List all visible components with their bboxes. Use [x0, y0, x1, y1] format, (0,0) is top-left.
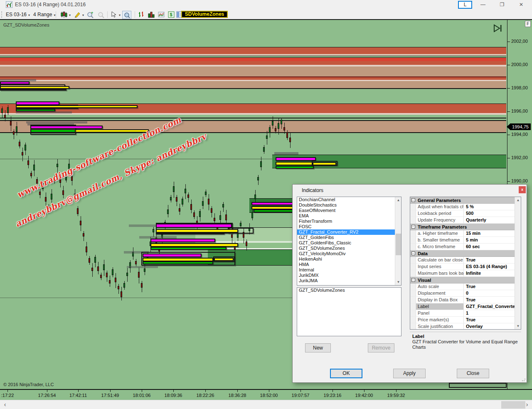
scrollbar-thumb[interactable]	[396, 234, 401, 255]
apply-button[interactable]: Apply	[393, 369, 426, 378]
indicator-list-item[interactable]: GZT_GoldenFibs	[297, 235, 395, 240]
property-row[interactable]: c. Micro timeframe60 sec	[410, 244, 515, 250]
property-value[interactable]: Infinite	[464, 270, 515, 276]
scroll-down-icon[interactable]: ▼	[395, 279, 401, 285]
candlestick-style-icon[interactable]	[60, 11, 68, 18]
minus-box-icon[interactable]: −	[411, 278, 415, 282]
property-row[interactable]: Scale justificationOverlay	[410, 323, 515, 330]
new-button[interactable]: New	[305, 343, 331, 352]
scrollbar-thumb[interactable]	[501, 401, 525, 409]
property-row[interactable]: a. Higher timeframe15 min	[410, 230, 515, 237]
cursor-icon[interactable]	[110, 11, 118, 18]
property-row[interactable]: Lookback period500	[410, 210, 515, 217]
property-section-header[interactable]: −Data	[410, 250, 515, 257]
fixed-scale-button[interactable]: F	[525, 21, 531, 27]
go-to-last-bar-icon[interactable]	[493, 23, 503, 35]
range-dropdown[interactable]: 4 Range▾	[33, 11, 55, 18]
applied-indicator-item[interactable]: GZT_SDVolumeZones	[297, 288, 401, 293]
property-section-header[interactable]: −General Parameters	[410, 197, 515, 204]
property-row[interactable]: LabelGZT_Fractal_Converte	[410, 303, 515, 310]
scroll-down-icon[interactable]: ▼	[515, 323, 521, 329]
volume-bars-icon[interactable]	[147, 11, 155, 18]
indicator-list-item[interactable]: JurikJMA	[297, 278, 395, 283]
property-value[interactable]: 60 sec	[464, 244, 515, 250]
ok-button[interactable]: OK	[330, 369, 362, 378]
property-row[interactable]: Display in Data BoxTrue	[410, 297, 515, 303]
indicator-list-item[interactable]: HMA	[297, 262, 395, 267]
collapse-icon[interactable]: −	[410, 277, 416, 283]
property-row[interactable]: Panel1	[410, 310, 515, 317]
property-row[interactable]: Auto scaleTrue	[410, 283, 515, 290]
minus-box-icon[interactable]: −	[411, 251, 415, 255]
minus-box-icon[interactable]: −	[411, 198, 415, 202]
indicator-list-item[interactable]: DoubleStochastics	[297, 202, 395, 208]
property-value[interactable]: True	[464, 317, 515, 323]
toolbar-grip[interactable]	[1, 11, 2, 18]
time-axis[interactable]: :17:2217:26:5417:42:1117:51:4918:01:0618…	[0, 389, 532, 400]
property-value[interactable]: True	[464, 297, 515, 303]
indicator-list-item[interactable]: JurikDMX	[297, 273, 395, 278]
chevron-down-icon[interactable]: ▾	[117, 11, 121, 18]
indicator-list-item[interactable]: GZT_Fractal_Converter_RV2	[297, 229, 395, 235]
chevron-down-icon[interactable]: ▾	[81, 11, 84, 18]
property-value[interactable]: True	[464, 283, 515, 290]
collapse-icon[interactable]: −	[410, 250, 416, 256]
applied-indicator-list[interactable]: GZT_SDVolumeZones	[297, 287, 401, 336]
indicator-list-item[interactable]: DonchianChannel	[297, 197, 395, 202]
indicator-list-item[interactable]: GZT_VelocityMomoDiv	[297, 251, 395, 256]
collapse-icon[interactable]: −	[410, 224, 416, 230]
sdvolumezones-button[interactable]: SDVolumeZones	[181, 11, 228, 18]
property-value[interactable]: Overlay	[464, 323, 515, 330]
minimize-button[interactable]: —	[476, 0, 490, 9]
chart-bars-icon[interactable]	[137, 11, 145, 18]
property-value[interactable]: True	[464, 257, 515, 263]
indicator-list[interactable]: DonchianChannelDoubleStochasticsEaseOfMo…	[297, 197, 401, 286]
indicator-list-item[interactable]: EMA	[297, 213, 395, 219]
property-value[interactable]: 1	[464, 310, 515, 316]
property-row[interactable]: Input seriesES 03-16 (4 Range)	[410, 264, 515, 270]
property-value[interactable]: GZT_Fractal_Converte	[464, 303, 515, 310]
property-row[interactable]: Adjust when fractals ch5 %	[410, 204, 515, 210]
pencil-draw-icon[interactable]	[73, 11, 81, 18]
zoom-in-icon[interactable]: +	[86, 11, 95, 18]
property-row[interactable]: Displacement0	[410, 290, 515, 297]
indicator-list-item[interactable]: GZT_GoldenFibs_Classic	[297, 240, 395, 246]
collapse-icon[interactable]: −	[410, 197, 416, 203]
property-value[interactable]: Quarterly	[464, 217, 515, 223]
instrument-dropdown[interactable]: ES 03-16▾	[6, 11, 30, 18]
property-grid[interactable]: −General ParametersAdjust when fractals …	[410, 197, 521, 330]
scroll-up-icon[interactable]: ▲	[395, 197, 401, 203]
indicator-list-item[interactable]: EaseOfMovement	[297, 208, 395, 213]
zoom-out-icon[interactable]	[97, 11, 106, 18]
chevron-down-icon[interactable]: ▾	[67, 11, 71, 18]
property-value[interactable]: ES 03-16 (4 Range)	[464, 264, 515, 270]
indicator-list-item[interactable]: Internal	[297, 267, 395, 273]
property-value[interactable]: 15 min	[464, 230, 515, 237]
data-box-icon[interactable]	[122, 11, 131, 19]
property-value[interactable]: 500	[464, 210, 515, 217]
indicator-list-item[interactable]: FOSC	[297, 224, 395, 229]
scroll-up-icon[interactable]: ▲	[515, 197, 521, 203]
dialog-close-action-button[interactable]: Close	[457, 369, 489, 378]
chart-region-icon[interactable]	[157, 11, 165, 18]
property-row[interactable]: b. Smaller timeframe5 min	[410, 237, 515, 244]
window-titlebar[interactable]: ES 03-16 (4 Range) 04.01.2016 L — ❐ ✕	[0, 0, 532, 9]
indicator-list-item[interactable]: HeikenAshi	[297, 256, 395, 262]
indicator-list-item[interactable]: FisherTransform	[297, 219, 395, 224]
property-value[interactable]: 5 min	[464, 237, 515, 243]
link-button[interactable]: L	[458, 1, 472, 9]
property-row[interactable]: Maximum bars look baInfinite	[410, 270, 515, 277]
property-row[interactable]: Calculate on bar closeTrue	[410, 257, 515, 264]
property-section-header[interactable]: −Timeframe Parameters	[410, 224, 515, 230]
scroll-left-icon[interactable]: ‹	[1, 400, 9, 409]
property-row[interactable]: Update FrequencyQuarterly	[410, 217, 515, 224]
property-value[interactable]: 0	[464, 290, 515, 296]
property-grid-scrollbar[interactable]: ▲ ▼	[515, 197, 521, 329]
property-value[interactable]: 5 %	[464, 204, 515, 210]
dollar-icon[interactable]: $	[167, 11, 175, 18]
indicator-list-item[interactable]: GZT_SDVolumeZones	[297, 246, 395, 251]
indicator-list-scrollbar[interactable]: ▲ ▼	[395, 197, 401, 285]
resize-grip[interactable]	[522, 377, 526, 382]
remove-button[interactable]: Remove	[368, 343, 394, 352]
scroll-right-icon[interactable]: ›	[523, 400, 531, 409]
